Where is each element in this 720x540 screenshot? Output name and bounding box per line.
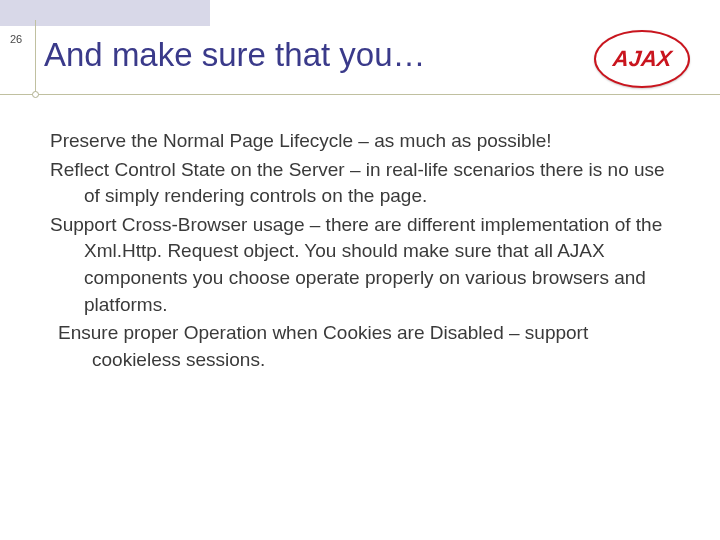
corner-circle-icon [32,91,39,98]
ajax-logo: AJAX [594,30,690,88]
horizontal-rule [0,94,720,95]
list-item: Ensure proper Operation when Cookies are… [50,320,680,373]
list-item: Support Cross-Browser usage – there are … [50,212,680,318]
slide-content: Preserve the Normal Page Lifecycle – as … [50,128,680,373]
list-item: Reflect Control State on the Server – in… [50,157,680,210]
slide-title: And make sure that you… [44,36,426,74]
logo-text: AJAX [611,46,672,72]
list-item: Preserve the Normal Page Lifecycle – as … [50,128,680,155]
logo-ellipse: AJAX [594,30,690,88]
top-bar-decoration [0,0,210,26]
page-number: 26 [10,33,22,45]
vertical-rule [35,20,36,94]
